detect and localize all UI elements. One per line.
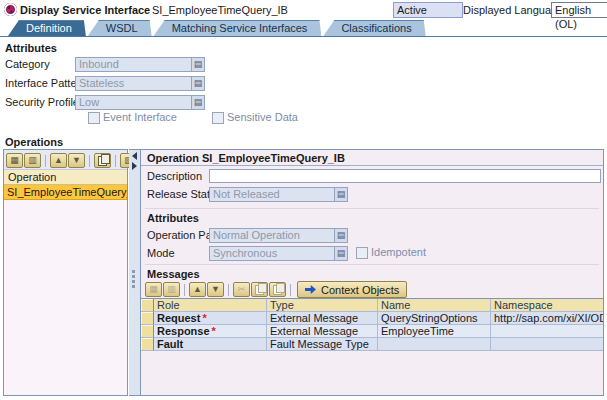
paste-icon[interactable] [269, 282, 286, 297]
section-divider [145, 208, 599, 209]
row-selector[interactable] [141, 312, 154, 325]
toolbar-separator [228, 284, 229, 296]
tab-classifications[interactable]: Classifications [323, 20, 425, 36]
security-profile-value: Low [76, 96, 191, 109]
tab-matching-service-interfaces[interactable]: Matching Service Interfaces [154, 20, 322, 36]
role-value: Request [157, 312, 200, 324]
insert-row-icon[interactable]: ▦ [145, 282, 162, 297]
right-arrow-icon [305, 285, 316, 294]
security-profile-label: Security Profile [5, 95, 79, 110]
mode-label: Mode [147, 246, 175, 261]
detail-attributes-title: Attributes [147, 212, 199, 224]
attributes-section-title: Attributes [5, 42, 57, 54]
collapse-right-icon[interactable] [132, 162, 137, 170]
displayed-language-field[interactable]: English (OL) [551, 2, 607, 18]
operations-panel: ▦ ▥ ▲ ▼ ▧ Operation SI_EmployeeTimeQuery… [3, 149, 128, 396]
category-value: Inbound [76, 58, 191, 71]
collapse-left-icon[interactable] [132, 152, 137, 160]
mode-dropdown[interactable]: Synchronous ▤ [209, 246, 348, 261]
idempotent-checkbox[interactable] [356, 247, 368, 259]
service-interface-icon [4, 3, 17, 16]
interface-pattern-dropdown[interactable]: Stateless ▤ [75, 76, 205, 91]
category-label: Category [5, 57, 50, 72]
messages-table: Role Type Name Namespace Request* Extern… [141, 298, 603, 351]
column-header-name: Name [378, 299, 491, 312]
dropdown-icon[interactable]: ▤ [334, 229, 347, 242]
dropdown-icon[interactable]: ▤ [334, 247, 347, 260]
tab-bar: Definition WSDL Matching Service Interfa… [0, 22, 607, 37]
title-divider [141, 165, 603, 166]
displayed-language-label: Displayed Language [463, 4, 563, 16]
section-divider [145, 264, 599, 265]
event-interface-checkbox[interactable] [88, 112, 100, 124]
release-state-dropdown[interactable]: Not Released ▤ [209, 187, 348, 202]
name-value: QueryStringOptions [378, 312, 491, 325]
dropdown-icon[interactable]: ▤ [191, 77, 204, 90]
move-down-icon[interactable]: ▼ [207, 282, 224, 297]
toolbar-separator [115, 155, 116, 167]
release-state-value: Not Released [210, 188, 334, 201]
splitter-handle[interactable] [132, 268, 136, 290]
idempotent-label: Idempotent [371, 246, 426, 259]
dropdown-icon[interactable]: ▤ [191, 96, 204, 109]
delete-operation-icon[interactable]: ▥ [24, 153, 41, 168]
select-all-cell[interactable] [141, 299, 154, 312]
interface-pattern-value: Stateless [76, 77, 191, 90]
operation-pattern-value: Normal Operation [210, 229, 334, 242]
column-header-role: Role [154, 299, 267, 312]
release-state-label: Release State [147, 187, 216, 202]
category-dropdown[interactable]: Inbound ▤ [75, 57, 205, 72]
cut-icon[interactable]: ✂ [233, 282, 250, 297]
status-field: Active [393, 2, 463, 18]
description-input[interactable] [209, 169, 601, 183]
dropdown-icon[interactable]: ▤ [191, 58, 204, 71]
description-label: Description [147, 169, 202, 184]
tab-wsdl[interactable]: WSDL [88, 20, 152, 36]
move-up-icon[interactable]: ▲ [50, 153, 67, 168]
table-row-response[interactable]: Response* External Message EmployeeTime [141, 325, 603, 338]
required-marker: * [212, 325, 216, 337]
operation-detail-panel: Operation SI_EmployeeTimeQuery_IB Descri… [140, 149, 604, 396]
mode-value: Synchronous [210, 247, 334, 260]
messages-toolbar: ▦ ▥ ▲ ▼ ✂ Context Objects [145, 281, 407, 298]
delete-row-icon[interactable]: ▥ [163, 282, 180, 297]
namespace-value: http://sap.com/xi/XI/OData [491, 312, 603, 325]
name-value [378, 338, 491, 351]
operation-detail-title: Operation SI_EmployeeTimeQuery_IB [147, 152, 345, 164]
operation-list-item-selected[interactable]: SI_EmployeeTimeQuery_IB [4, 185, 127, 200]
type-value: External Message [267, 312, 378, 325]
table-row-fault[interactable]: Fault Fault Message Type [141, 338, 603, 351]
move-up-icon[interactable]: ▲ [189, 282, 206, 297]
paste-icon [273, 285, 282, 295]
toolbar-separator [45, 155, 46, 167]
messages-table-header: Role Type Name Namespace [141, 299, 603, 312]
copy-icon[interactable] [251, 282, 268, 297]
operation-pattern-dropdown[interactable]: Normal Operation ▤ [209, 228, 348, 243]
namespace-value [491, 338, 603, 351]
sensitive-data-label: Sensitive Data [227, 111, 298, 124]
table-row-request[interactable]: Request* External Message QueryStringOpt… [141, 312, 603, 325]
required-marker: * [202, 312, 206, 324]
copy-operation-icon[interactable] [94, 153, 111, 168]
column-header-namespace: Namespace [491, 299, 603, 312]
column-header-type: Type [267, 299, 378, 312]
context-objects-button[interactable]: Context Objects [297, 281, 407, 298]
security-profile-dropdown[interactable]: Low ▤ [75, 95, 205, 110]
toolbar-separator [89, 155, 90, 167]
row-selector[interactable] [141, 338, 154, 351]
tab-definition[interactable]: Definition [8, 20, 86, 36]
name-value: EmployeeTime [378, 325, 491, 338]
operations-toolbar: ▦ ▥ ▲ ▼ ▧ [4, 150, 127, 170]
panel-splitter[interactable] [129, 149, 140, 396]
dropdown-icon[interactable]: ▤ [334, 188, 347, 201]
toolbar-separator [290, 284, 291, 296]
type-value: External Message [267, 325, 378, 338]
type-value: Fault Message Type [267, 338, 378, 351]
move-down-icon[interactable]: ▼ [68, 153, 85, 168]
role-value: Fault [157, 338, 183, 350]
toolbar-separator [184, 284, 185, 296]
row-selector[interactable] [141, 325, 154, 338]
operations-section-title: Operations [5, 136, 63, 148]
insert-operation-icon[interactable]: ▦ [6, 153, 23, 168]
sensitive-data-checkbox[interactable] [212, 112, 224, 124]
